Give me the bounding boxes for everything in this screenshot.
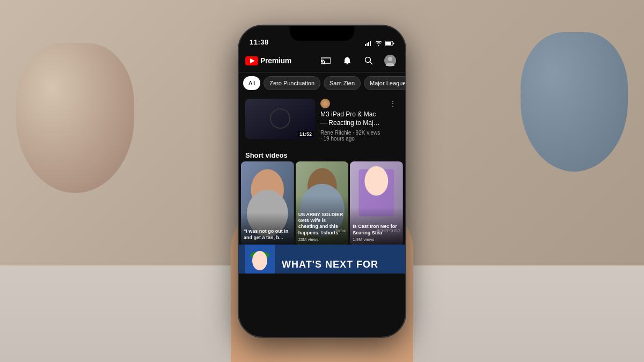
short-overlay-2: US ARMY SOLDIER Gets Wife is cheating an… (296, 196, 349, 245)
svg-rect-3 (370, 41, 371, 46)
video-info: M3 iPad Pro & Mac — Reacting to Major Ap… (320, 99, 382, 142)
shorts-section-header: Short videos (239, 147, 405, 161)
avatar-icon (384, 54, 397, 67)
youtube-logo-icon (245, 56, 258, 65)
video-duration: 11:52 (298, 131, 313, 137)
banner-person-art (245, 245, 275, 274)
wifi-icon (375, 41, 382, 46)
tiktok-watermark: TikTok (335, 229, 346, 233)
premium-label: Premium (260, 56, 291, 65)
short-card-1[interactable]: "I was not go out in and get a tan, b... (241, 161, 294, 245)
svg-point-30 (252, 251, 267, 270)
youtube-logo[interactable]: Premium (245, 56, 291, 65)
short-card-3[interactable]: Is Cast Iron Nec for Searing Stea 1.9M v… (350, 161, 403, 245)
signal-icon (365, 41, 372, 46)
cast-button[interactable] (317, 52, 334, 69)
bottom-banner[interactable]: WHAT'S NEXT FOR (239, 245, 405, 274)
short-card-2[interactable]: US ARMY SOLDIER Gets Wife is cheating an… (296, 161, 349, 245)
chef-watermark: BCHEFCUSO (377, 229, 400, 233)
svg-rect-0 (365, 44, 366, 46)
more-options-button[interactable]: ⋮ (387, 99, 399, 108)
video-meta: Rene Ritchie · 92K views · 19 hours ago (320, 130, 382, 142)
status-icons (365, 41, 394, 46)
svg-rect-6 (393, 42, 394, 44)
short-overlay-3: Is Cast Iron Nec for Searing Stea 1.9M v… (350, 208, 403, 245)
svg-point-15 (388, 57, 392, 61)
account-button[interactable] (382, 52, 399, 69)
banner-text: WHAT'S NEXT FOR (282, 259, 378, 270)
chip-all[interactable]: All (243, 76, 260, 90)
svg-rect-1 (367, 43, 368, 46)
shorts-row: "I was not go out in and get a tan, b... (239, 161, 405, 245)
notch (290, 26, 354, 41)
decorative-pot-left (16, 43, 134, 193)
notifications-button[interactable] (339, 52, 356, 69)
short-views-3: 1.9M views (353, 237, 400, 242)
video-title[interactable]: M3 iPad Pro & Mac — Reacting to Major Ap… (320, 110, 382, 127)
banner-person (245, 245, 275, 274)
status-time: 11:38 (250, 38, 269, 46)
screen: 11:38 (239, 26, 405, 337)
chip-sam-zien[interactable]: Sam Zien (324, 76, 361, 90)
search-icon (364, 56, 373, 65)
battery-icon (385, 41, 394, 46)
filter-bar: All Zero Punctuation Sam Zien Major Leag… (239, 73, 405, 93)
phone: 11:38 (239, 26, 405, 337)
channel-row (320, 99, 382, 108)
bell-icon (343, 56, 352, 65)
featured-video[interactable]: 11:52 M3 iPad Pro & Mac — Reacting to Ma… (239, 93, 405, 147)
svg-point-12 (365, 57, 371, 63)
chip-zero-punctuation[interactable]: Zero Punctuation (264, 76, 320, 90)
channel-avatar (320, 99, 330, 108)
phone-shell: 11:38 (239, 26, 405, 337)
svg-rect-2 (368, 42, 369, 46)
decorative-pot-right (521, 32, 628, 172)
cast-icon (321, 57, 331, 64)
youtube-header: Premium (239, 49, 405, 73)
search-button[interactable] (360, 52, 377, 69)
svg-rect-5 (385, 42, 391, 45)
short-views-2: 23M views (298, 237, 346, 242)
svg-line-13 (370, 62, 373, 65)
svg-rect-9 (321, 58, 331, 63)
video-thumbnail: 11:52 (245, 99, 315, 139)
short-title-1: "I was not go out in and get a tan, b... (244, 228, 291, 241)
chip-major-league[interactable]: Major League Wre (364, 76, 405, 90)
short-overlay-1: "I was not go out in and get a tan, b... (241, 212, 294, 245)
svg-point-26 (365, 166, 389, 196)
svg-rect-11 (347, 63, 348, 64)
